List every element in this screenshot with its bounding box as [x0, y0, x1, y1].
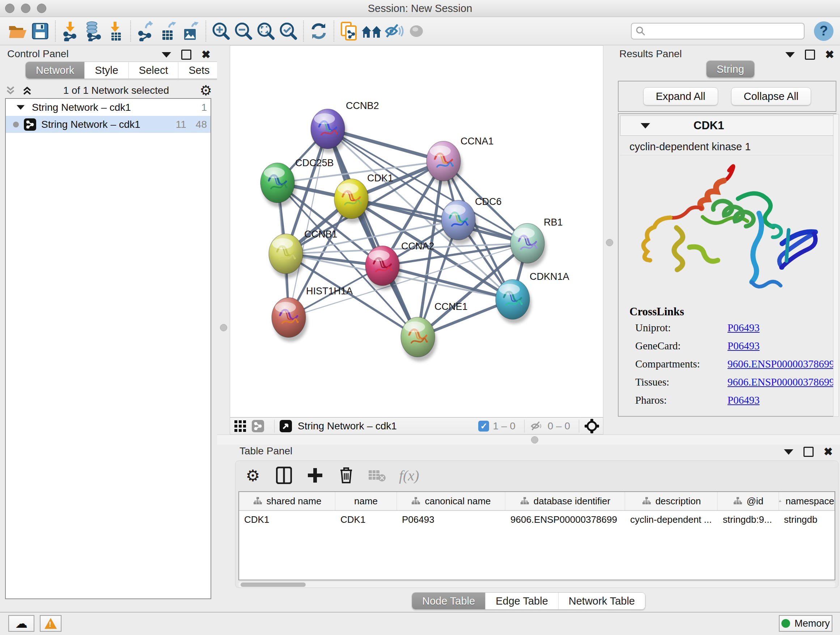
left-splitter[interactable] [217, 45, 230, 434]
node-HIST1H1A[interactable] [272, 298, 308, 342]
node-CDKN1A[interactable] [496, 279, 531, 324]
collapse-section-icon[interactable] [641, 123, 650, 128]
expand-all-icon[interactable] [22, 85, 33, 96]
gene-name: CDK1 [693, 119, 724, 132]
copy-style-button[interactable] [338, 21, 360, 42]
first-neighbors-button[interactable] [360, 21, 383, 42]
collapse-all-button[interactable]: Collapse All [731, 87, 812, 105]
import-network-button[interactable] [59, 21, 82, 42]
warnings-button[interactable]: ! [40, 615, 62, 632]
zoom-fit-button[interactable] [255, 21, 277, 42]
gene-section-header[interactable]: CDK1 [620, 116, 834, 136]
collapse-panel-icon[interactable] [785, 52, 795, 57]
tab-sets[interactable]: Sets [178, 62, 219, 79]
tree-row-label: String Network – cdk1 [32, 102, 192, 113]
tab-network-table[interactable]: Network Table [558, 593, 645, 609]
zoom-in-button[interactable] [210, 21, 232, 42]
column-header-shared-name[interactable]: shared name [239, 492, 335, 510]
hidden-count: 0 – 0 [548, 420, 570, 432]
export-network-button[interactable] [134, 21, 157, 42]
zoom-selected-button[interactable] [277, 21, 300, 42]
show-columns-icon[interactable] [275, 466, 294, 485]
zoom-out-button[interactable] [232, 21, 255, 42]
column-header-description[interactable]: description [625, 492, 718, 510]
export-table-button[interactable] [157, 21, 180, 42]
grid-view-icon[interactable] [234, 420, 247, 432]
tab-style[interactable]: Style [84, 62, 128, 79]
cloud-icon: ☁ [15, 617, 27, 630]
column-header-canonical-name[interactable]: canonical name [397, 492, 505, 510]
import-table-button[interactable] [104, 21, 126, 42]
export-image-button[interactable] [180, 21, 202, 42]
column-header-database-identifier[interactable]: database identifier [505, 492, 625, 510]
column-header-name[interactable]: name [335, 492, 397, 510]
table-hscrollbar[interactable] [238, 582, 835, 587]
collapse-panel-icon[interactable] [162, 52, 171, 57]
results-scrollbar[interactable] [833, 114, 839, 417]
close-panel-icon[interactable]: ✖ [202, 51, 210, 59]
crosslink-link[interactable]: 9606.ENSP00000378699 [728, 358, 835, 370]
tree-expander-icon[interactable] [17, 105, 25, 110]
results-panel: Results Panel ✖ String Expand All Collap… [615, 45, 840, 434]
hide-selected-button[interactable] [383, 21, 405, 42]
network-canvas[interactable]: CCNB2 CCNA1 CDC25B CDK1 CDC6 RB1 CCNB1 C… [230, 45, 603, 417]
table-gear-icon[interactable]: ⚙ [243, 466, 262, 485]
open-session-button[interactable] [6, 21, 29, 42]
tab-network[interactable]: Network [26, 62, 84, 79]
tab-string[interactable]: String [706, 61, 754, 78]
birdseye-crosshair-icon[interactable] [584, 418, 600, 434]
float-panel-icon[interactable] [181, 50, 191, 60]
gear-icon[interactable]: ⚙ [200, 84, 212, 97]
import-network-from-database-button[interactable] [82, 21, 104, 42]
collapse-panel-icon[interactable] [784, 449, 793, 455]
right-splitter[interactable] [603, 45, 615, 434]
tab-select[interactable]: Select [128, 62, 178, 79]
close-panel-icon[interactable]: ✖ [824, 448, 833, 456]
search-input[interactable] [646, 25, 800, 37]
column-header-namespace[interactable]: namespace [779, 492, 835, 510]
crosslink-link[interactable]: 9606.ENSP00000378699 [728, 376, 835, 388]
network-tree: String Network – cdk11String Network – c… [5, 98, 211, 599]
tab-edge-table[interactable]: Edge Table [485, 593, 558, 609]
node-RB1[interactable] [510, 223, 546, 268]
float-panel-icon[interactable] [804, 447, 813, 457]
delete-column-icon[interactable] [337, 466, 355, 485]
refresh-button[interactable] [308, 21, 330, 42]
float-panel-icon[interactable] [805, 50, 815, 60]
horizontal-splitter[interactable] [217, 434, 840, 445]
column-network-icon [779, 497, 782, 505]
gene-description: cyclin-dependent kinase 1 [620, 137, 834, 155]
collapse-all-icon[interactable] [5, 85, 16, 96]
column-network-icon [733, 497, 742, 505]
node-label-CDK1: CDK1 [367, 173, 393, 184]
table-row[interactable]: CDK1CDK1P064939606.ENSP00000378699cyclin… [239, 511, 835, 528]
help-button[interactable]: ? [814, 21, 834, 41]
show-all-button[interactable] [405, 21, 428, 42]
node-label-CDC6: CDC6 [475, 196, 502, 207]
close-panel-icon[interactable]: ✖ [825, 51, 834, 59]
search-icon [635, 26, 646, 36]
crosslink-link[interactable]: P06493 [728, 394, 760, 406]
detach-view-icon[interactable] [279, 420, 292, 432]
tree-row-label: String Network – cdk1 [41, 119, 166, 130]
selected-nodes-checkbox[interactable]: ✓ [478, 421, 489, 432]
node-CCNB2[interactable] [311, 109, 347, 153]
toolbar-separator [333, 21, 334, 42]
tree-row-collection[interactable]: String Network – cdk11 [6, 99, 210, 116]
cloud-status-button[interactable]: ☁ [8, 615, 34, 632]
expand-all-button[interactable]: Expand All [643, 87, 718, 105]
add-column-icon[interactable] [306, 466, 325, 485]
crosslink-link[interactable]: P06493 [728, 322, 760, 334]
toolbar-separator [55, 21, 56, 42]
memory-button[interactable]: Memory [779, 615, 832, 632]
save-session-button[interactable] [29, 21, 51, 42]
column-header--id[interactable]: @id [718, 492, 779, 510]
node-CCNA2[interactable] [365, 246, 401, 290]
tab-node-table[interactable]: Node Table [412, 593, 485, 609]
node-label-RB1: RB1 [544, 217, 563, 228]
network-badge-icon[interactable] [252, 420, 264, 432]
tree-row-network[interactable]: String Network – cdk11148 [6, 116, 210, 133]
node-CDK1[interactable] [334, 179, 370, 223]
network-selected-summary: 1 of 1 Network selected [33, 85, 200, 96]
crosslink-link[interactable]: P06493 [728, 340, 760, 352]
